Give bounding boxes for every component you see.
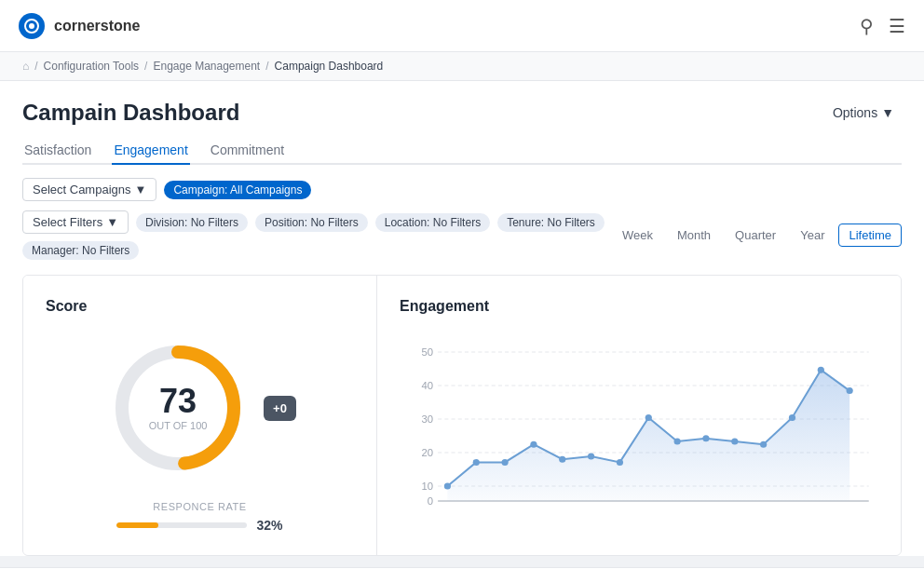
svg-point-28 (760, 441, 767, 448)
response-bar-bg (116, 522, 247, 528)
campaign-filter-row: Select Campaigns ▼ Campaign: All Campaig… (22, 178, 902, 201)
campaigns-chevron-icon: ▼ (135, 183, 147, 196)
time-btn-lifetime[interactable]: Lifetime (838, 224, 902, 247)
donut-center: 73 OUT OF 100 (149, 385, 208, 431)
nav-actions: ⚲ ☰ (860, 15, 905, 37)
svg-text:50: 50 (421, 346, 433, 358)
engagement-title: Engagement (400, 298, 878, 315)
home-icon[interactable]: ⌂ (22, 60, 29, 73)
options-button[interactable]: Options ▼ (825, 102, 902, 124)
donut-wrapper: 73 OUT OF 100 (103, 333, 252, 482)
svg-point-27 (731, 439, 738, 445)
main-content: Campain Dashboard Options ▼ Satisfaction… (0, 81, 924, 556)
breadcrumb-sep3: / (265, 60, 268, 73)
options-label: Options (833, 105, 877, 120)
response-bar-container: 32% (46, 518, 354, 533)
search-icon[interactable]: ⚲ (860, 15, 874, 37)
svg-point-30 (818, 367, 824, 373)
svg-point-31 (847, 387, 853, 394)
tab-engagement[interactable]: Engagement (112, 137, 189, 165)
select-filters-label: Select Filters (33, 215, 102, 229)
score-value: 73 (149, 385, 208, 418)
tab-satisfaction[interactable]: Satisfaction (22, 137, 93, 165)
breadcrumb-config[interactable]: Configuration Tools (44, 60, 140, 73)
svg-text:10: 10 (421, 481, 433, 492)
response-bar-fill (116, 522, 158, 528)
svg-point-21 (559, 456, 565, 463)
response-section: RESPONCE RATE 32% (46, 501, 354, 533)
engagement-chart-svg: 50 40 30 20 10 0 (400, 333, 878, 520)
svg-text:40: 40 (421, 380, 433, 391)
delta-badge: +0 (264, 396, 296, 421)
score-title: Score (46, 298, 354, 315)
svg-point-17 (444, 483, 451, 490)
select-filters-button[interactable]: Select Filters ▼ (22, 210, 129, 234)
app-name: cornerstone (54, 18, 140, 34)
filters-chevron-icon: ▼ (106, 215, 118, 229)
svg-point-1 (29, 23, 34, 29)
dashboard-panels: Score 73 OUT OF 100 +0 RE (22, 275, 902, 556)
select-campaigns-button[interactable]: Select Campaigns ▼ (22, 178, 156, 201)
svg-point-23 (617, 459, 623, 466)
engagement-chart: 50 40 30 20 10 0 (400, 333, 878, 520)
filter-left: Select Filters ▼ Division: No Filters Po… (22, 210, 612, 260)
svg-point-22 (588, 454, 594, 460)
svg-text:0: 0 (428, 495, 433, 507)
time-btn-year[interactable]: Year (790, 224, 835, 247)
top-nav: cornerstone ⚲ ☰ (0, 0, 924, 52)
response-pct: 32% (256, 518, 282, 533)
breadcrumb-engage[interactable]: Engage Management (153, 60, 260, 73)
time-btn-month[interactable]: Month (667, 224, 721, 247)
breadcrumb: ⌂ / Configuration Tools / Engage Managem… (0, 52, 924, 81)
svg-point-24 (645, 414, 652, 421)
engagement-panel: Engagement 50 40 30 20 10 0 (377, 276, 901, 555)
svg-text:30: 30 (421, 413, 433, 425)
filter-tag-location[interactable]: Location: No Filters (375, 213, 490, 232)
filter-time-row: Select Filters ▼ Division: No Filters Po… (22, 210, 902, 260)
score-panel: Score 73 OUT OF 100 +0 RE (23, 276, 377, 555)
tab-commitment[interactable]: Commitment (209, 137, 286, 165)
filter-tag-tenure[interactable]: Tenure: No Filters (497, 213, 605, 232)
select-campaigns-label: Select Campaigns (33, 183, 131, 196)
svg-point-25 (674, 439, 681, 445)
svg-text:20: 20 (421, 447, 433, 458)
app-logo-icon (19, 13, 45, 39)
breadcrumb-sep2: / (144, 60, 147, 73)
breadcrumb-current: Campaign Dashboard (275, 60, 384, 73)
time-btn-week[interactable]: Week (612, 224, 663, 247)
filter-tag-manager[interactable]: Manager: No Filters (22, 241, 139, 260)
page-header: Campain Dashboard Options ▼ (22, 100, 902, 126)
svg-point-29 (789, 414, 795, 421)
response-label: RESPONCE RATE (46, 501, 354, 512)
svg-marker-16 (447, 370, 849, 501)
svg-point-19 (501, 459, 508, 466)
svg-point-20 (530, 441, 537, 448)
donut-chart-container: 73 OUT OF 100 +0 (46, 333, 354, 482)
breadcrumb-sep: / (34, 60, 37, 73)
svg-point-26 (702, 435, 709, 441)
filter-tag-division[interactable]: Division: No Filters (136, 213, 248, 232)
chevron-down-icon: ▼ (881, 105, 894, 120)
menu-icon[interactable]: ☰ (889, 15, 905, 37)
time-btn-quarter[interactable]: Quarter (725, 224, 786, 247)
score-out-of: OUT OF 100 (149, 420, 208, 431)
page-title: Campain Dashboard (22, 100, 239, 126)
svg-point-18 (473, 459, 480, 466)
logo-area: cornerstone (19, 13, 140, 39)
filter-tag-position[interactable]: Position: No Filters (255, 213, 368, 232)
campaign-active-tag[interactable]: Campaign: All Campaigns (164, 181, 311, 199)
time-filter-buttons: Week Month Quarter Year Lifetime (612, 224, 902, 247)
tab-bar: Satisfaction Engagement Commitment (22, 137, 902, 165)
